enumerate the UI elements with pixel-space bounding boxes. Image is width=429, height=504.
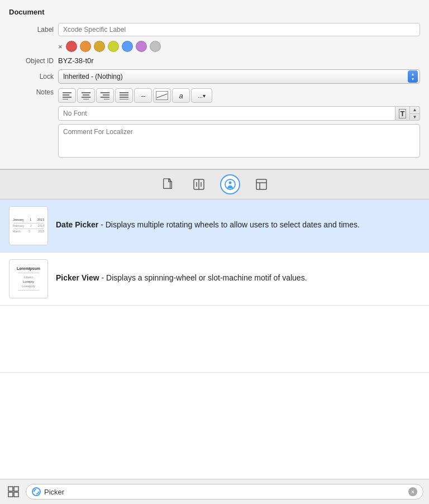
lock-row: Lock Inherited - (Nothing): [9, 69, 420, 84]
picker-view-desc: - Displays a spinning-wheel or slot-mach…: [101, 273, 307, 282]
list-item-date-picker[interactable]: January12013 February22014 March32015 Da…: [0, 199, 429, 253]
svg-point-22: [229, 182, 232, 184]
svg-rect-16: [164, 179, 170, 188]
size-inspector-button[interactable]: [251, 174, 271, 194]
date-picker-title-bold: Date Picker: [56, 220, 98, 229]
label-row: Label: [9, 23, 420, 36]
color-dot-yellow[interactable]: [108, 41, 119, 52]
picker-view-thumbnail: Loremipsum Libero Lorepty Loexpoly: [9, 259, 48, 298]
search-wrapper: ×: [26, 484, 423, 500]
date-picker-title: Date Picker - Displays multiple rotating…: [56, 220, 420, 229]
font-style-button[interactable]: a: [172, 88, 190, 103]
list-section: January12013 February22014 March32015 Da…: [0, 199, 429, 479]
svg-point-30: [34, 489, 39, 494]
notes-toolbar: --- a ...▾: [58, 88, 420, 103]
align-right-button[interactable]: [96, 88, 114, 103]
code-inspector-button[interactable]: [189, 174, 209, 194]
comment-area: [58, 124, 420, 160]
search-spinner-icon: [32, 487, 41, 496]
picker-view-title-bold: Picker View: [56, 273, 99, 282]
color-clear-button[interactable]: ×: [58, 42, 63, 51]
notes-row: Notes: [9, 88, 420, 103]
lock-select[interactable]: Inherited - (Nothing): [58, 69, 420, 84]
color-dot-red[interactable]: [66, 41, 77, 52]
color-dot-gray[interactable]: [150, 41, 161, 52]
font-T-button[interactable]: T: [395, 106, 410, 121]
identity-inspector-button[interactable]: [220, 174, 240, 194]
picker-view-text: Picker View - Displays a spinning-wheel …: [56, 273, 420, 284]
object-id-value: BYZ-38-t0r: [58, 56, 94, 65]
document-section: Document Label × Object ID BYZ-38-t0r Lo…: [0, 0, 429, 169]
strikethrough-icon: [156, 91, 168, 100]
color-dot-purple[interactable]: [136, 41, 147, 52]
color-dot-blue[interactable]: [122, 41, 133, 52]
picker-view-title: Picker View - Displays a spinning-wheel …: [56, 273, 420, 282]
section-title: Document: [9, 8, 420, 16]
align-center-button[interactable]: [77, 88, 95, 103]
font-input[interactable]: [58, 106, 395, 121]
label-field-label: Label: [9, 26, 54, 34]
label-input[interactable]: [58, 23, 420, 36]
date-picker-text: Date Picker - Displays multiple rotating…: [56, 220, 420, 231]
font-row: T ▲ ▼: [58, 106, 420, 121]
dashes-button[interactable]: ---: [134, 88, 152, 103]
lock-select-wrapper: Inherited - (Nothing): [58, 69, 420, 84]
object-id-row: Object ID BYZ-38-t0r: [9, 56, 420, 65]
svg-rect-27: [14, 487, 18, 491]
date-picker-desc: - Displays multiple rotating wheels to a…: [101, 220, 360, 229]
color-dot-orange[interactable]: [80, 41, 91, 52]
more-button[interactable]: ...▾: [191, 88, 212, 103]
bottom-bar: ×: [0, 479, 429, 504]
main-container: Document Label × Object ID BYZ-38-t0r Lo…: [0, 0, 429, 504]
file-inspector-button[interactable]: [158, 174, 178, 194]
comment-textarea[interactable]: [58, 124, 420, 158]
toolbar-section: [0, 169, 429, 199]
svg-rect-28: [8, 492, 13, 497]
lock-label: Lock: [9, 73, 54, 80]
list-item-picker-view[interactable]: Loremipsum Libero Lorepty Loexpoly Picke…: [0, 253, 429, 306]
svg-rect-29: [14, 492, 18, 497]
font-stepper[interactable]: ▲ ▼: [410, 106, 420, 121]
search-input[interactable]: [44, 488, 405, 496]
stepper-down[interactable]: ▼: [410, 114, 420, 121]
stepper-up[interactable]: ▲: [410, 107, 420, 114]
svg-rect-26: [8, 487, 13, 491]
align-justify-button[interactable]: [115, 88, 133, 103]
align-left-button[interactable]: [58, 88, 76, 103]
search-clear-button[interactable]: ×: [408, 487, 417, 496]
color-dot-yellow-dark[interactable]: [94, 41, 105, 52]
empty-list-space: [0, 306, 429, 373]
color-row: ×: [58, 41, 420, 52]
notes-label: Notes: [9, 88, 54, 96]
object-id-label: Object ID: [9, 57, 54, 65]
date-picker-thumbnail: January12013 February22014 March32015: [9, 206, 48, 245]
svg-rect-23: [256, 179, 266, 189]
strikethrough-button[interactable]: [153, 88, 171, 103]
grid-view-button[interactable]: [6, 484, 21, 500]
picker-thumb-content: Loremipsum Libero Lorepty Loexpoly: [13, 264, 44, 294]
font-input-wrapper: T ▲ ▼: [58, 106, 420, 121]
